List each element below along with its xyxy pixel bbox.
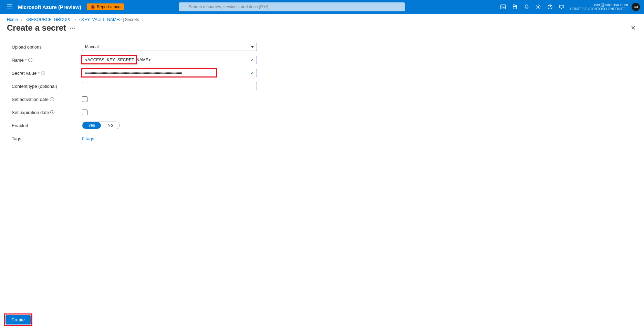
global-search-input[interactable] [179, 2, 405, 11]
breadcrumb-key-vault[interactable]: <KEY_VAULT_NAME> | Secrets [79, 17, 140, 22]
expiration-date-checkbox[interactable] [82, 110, 87, 115]
breadcrumb-resource-group[interactable]: <RESOURCE_GROUP> [26, 17, 72, 22]
azure-top-bar: Microsoft Azure (Preview) 🐞 Report a bug… [0, 0, 644, 14]
check-icon: ✓ [251, 58, 254, 62]
expiration-date-label: Set expiration date i [12, 110, 82, 115]
secret-value-input[interactable] [82, 69, 257, 77]
svg-rect-0 [501, 5, 506, 9]
enabled-toggle[interactable]: Yes No [82, 122, 120, 129]
chevron-right-icon: › [142, 17, 144, 22]
tags-link[interactable]: 0 tags [82, 136, 94, 141]
upload-options-select[interactable]: Manual [82, 43, 257, 51]
user-tenant: CONTOSO (CONTOSO.ONCONTO... [570, 7, 628, 11]
secret-name-input[interactable] [82, 56, 257, 64]
bug-icon: 🐞 [90, 4, 95, 9]
enabled-no-option[interactable]: No [101, 122, 120, 129]
settings-gear-icon[interactable] [533, 1, 544, 12]
svg-point-1 [538, 6, 539, 8]
info-icon[interactable]: i [50, 97, 54, 101]
enabled-label: Enabled [12, 123, 82, 128]
upload-options-label: Upload options [12, 44, 82, 50]
report-bug-label: Report a bug [97, 4, 121, 9]
menu-toggle-icon[interactable] [6, 3, 14, 11]
enabled-yes-option[interactable]: Yes [82, 122, 101, 129]
avatar[interactable]: CU [632, 3, 640, 11]
more-actions-button[interactable]: ⋯ [70, 25, 76, 31]
help-icon[interactable] [544, 1, 555, 12]
report-bug-button[interactable]: 🐞 Report a bug [87, 3, 124, 10]
breadcrumb: Home › <RESOURCE_GROUP> › <KEY_VAULT_NAM… [0, 14, 644, 22]
check-icon: ✓ [251, 71, 254, 75]
breadcrumb-home[interactable]: Home [7, 17, 18, 22]
account-block[interactable]: user@contoso.com CONTOSO (CONTOSO.ONCONT… [570, 3, 628, 11]
activation-date-label: Set activation date i [12, 97, 82, 102]
tags-label: Tags [12, 136, 82, 141]
info-icon[interactable]: i [41, 71, 45, 75]
chevron-right-icon: › [21, 17, 22, 22]
create-secret-form: Upload options Manual Name* i ✓ Secret v… [0, 36, 644, 143]
secret-value-label: Secret value* i [12, 71, 82, 76]
info-icon[interactable]: i [50, 110, 54, 114]
cloud-shell-icon[interactable] [498, 1, 509, 12]
directories-icon[interactable] [509, 1, 520, 12]
name-label: Name* i [12, 58, 82, 63]
notifications-icon[interactable] [521, 1, 532, 12]
feedback-icon[interactable] [556, 1, 567, 12]
close-blade-button[interactable]: ✕ [629, 23, 637, 33]
brand-label[interactable]: Microsoft Azure (Preview) [18, 4, 81, 10]
info-icon[interactable]: i [28, 58, 32, 62]
page-title: Create a secret ⋯ [7, 23, 76, 33]
annotation-highlight [4, 313, 32, 326]
content-type-input[interactable] [82, 82, 257, 90]
user-email: user@contoso.com [570, 3, 628, 7]
content-type-label: Content type (optional) [12, 84, 82, 89]
activation-date-checkbox[interactable] [82, 96, 87, 102]
chevron-right-icon: › [75, 17, 76, 22]
